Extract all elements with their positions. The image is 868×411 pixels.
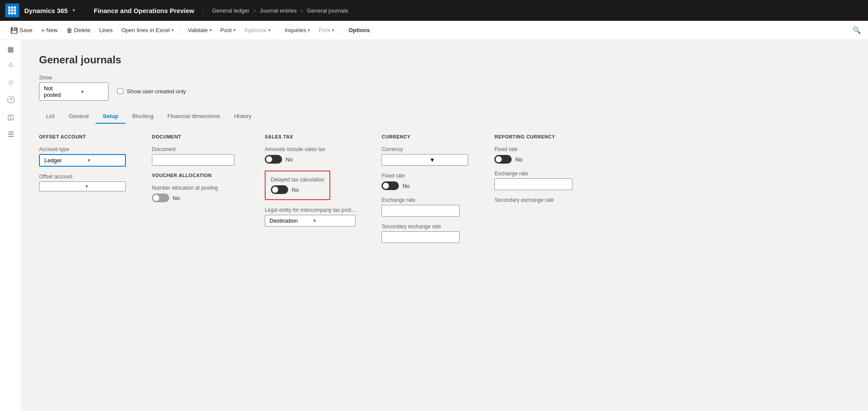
offset-account-section: OFFSET ACCOUNT Account type Ledger ▼ Off…	[39, 134, 126, 191]
amounts-include-label: Amounts include sales tax	[265, 146, 355, 152]
post-button[interactable]: Post	[217, 25, 239, 35]
top-navigation: Dynamics 365 ▼ Finance and Operations Pr…	[0, 0, 868, 21]
breadcrumb-item-2[interactable]: Journal entries	[260, 7, 296, 14]
amounts-include-value: No	[286, 156, 293, 163]
delete-icon: 🗑	[66, 27, 72, 34]
svg-rect-4	[11, 10, 13, 12]
sidebar-home-icon[interactable]: ⌂	[3, 57, 19, 72]
offset-account-dropdown[interactable]: ▼	[39, 181, 126, 191]
number-allocation-toggle[interactable]	[152, 194, 169, 202]
fixed-rate-toggle-row: Fixed rate No	[381, 173, 468, 190]
amounts-include-toggle[interactable]	[265, 155, 282, 164]
search-icon[interactable]: 🔍	[852, 26, 861, 34]
reporting-exchange-rate-input[interactable]	[494, 178, 572, 190]
account-type-chevron-icon: ▼	[87, 158, 121, 163]
number-allocation-value: No	[173, 195, 180, 201]
lines-button[interactable]: Lines	[95, 25, 116, 35]
delete-button[interactable]: 🗑 Delete	[63, 25, 94, 36]
main-layout: ▦ ⌂ ☆ 🕐 ◫ ☰ General journals Show Not po…	[0, 40, 868, 411]
reporting-exchange-rate-label: Exchange rate	[494, 171, 581, 177]
legal-entity-chevron-icon: ▼	[312, 218, 351, 223]
reporting-fixed-rate-value: No	[515, 156, 523, 163]
filter-button[interactable]: ▦	[6, 43, 16, 55]
sidebar-workspaces-icon[interactable]: ◫	[3, 109, 19, 125]
currency-title: CURRENCY	[381, 134, 468, 139]
delayed-tax-toggle[interactable]	[271, 185, 288, 194]
open-lines-button[interactable]: Open lines in Excel	[118, 25, 177, 35]
document-label: Document	[152, 146, 239, 152]
legal-entity-label: Legal entity for intercompany tax post..…	[265, 207, 355, 213]
tab-history[interactable]: History	[227, 109, 258, 124]
show-value: Not posted	[44, 85, 67, 98]
reporting-fixed-rate-control: No	[494, 155, 581, 164]
sidebar-recent-icon[interactable]: 🕐	[3, 92, 19, 107]
fixed-rate-value: No	[402, 183, 410, 189]
exchange-rate-label: Exchange rate	[381, 197, 468, 203]
sidebar-favorites-icon[interactable]: ☆	[3, 74, 19, 90]
save-button[interactable]: 💾 Save	[7, 25, 36, 36]
number-allocation-control: No	[152, 194, 239, 202]
toolbar-sep-3	[341, 26, 342, 35]
show-label: Show	[39, 75, 108, 81]
svg-rect-3	[8, 10, 10, 12]
new-button[interactable]: + New	[38, 25, 61, 36]
print-button[interactable]: Print	[315, 25, 338, 35]
sections-row: OFFSET ACCOUNT Account type Ledger ▼ Off…	[39, 134, 851, 243]
tabs: List General Setup Blocking Financial di…	[39, 109, 851, 124]
reporting-fixed-rate-label: Fixed rate	[494, 146, 581, 152]
offset-account-chevron-icon: ▼	[85, 184, 121, 189]
legal-entity-value: Destination	[270, 217, 308, 224]
reporting-currency-title: REPORTING CURRENCY	[494, 134, 581, 139]
tab-list[interactable]: List	[39, 109, 62, 124]
svg-rect-6	[8, 12, 10, 14]
brand-chevron-icon: ▼	[71, 7, 76, 13]
breadcrumb-sep-1: >	[253, 7, 256, 14]
document-input[interactable]	[152, 154, 234, 166]
svg-rect-0	[8, 7, 10, 9]
document-title: DOCUMENT	[152, 134, 239, 139]
tab-blocking[interactable]: Blocking	[125, 109, 161, 124]
tab-setup[interactable]: Setup	[95, 109, 125, 124]
reporting-fixed-rate-toggle[interactable]	[494, 155, 512, 164]
approval-button[interactable]: Approval	[241, 25, 274, 35]
offset-account-title: OFFSET ACCOUNT	[39, 134, 126, 139]
reporting-currency-section: REPORTING CURRENCY Fixed rate No Exchang…	[494, 134, 581, 205]
svg-rect-5	[14, 10, 16, 12]
page-title: General journals	[39, 54, 851, 66]
account-type-label: Account type	[39, 146, 126, 152]
sidebar-modules-icon[interactable]: ☰	[3, 126, 19, 142]
inquiries-button[interactable]: Inquiries	[281, 25, 313, 35]
new-icon: +	[41, 27, 45, 34]
toolbar-sep-1	[181, 26, 181, 35]
amounts-include-toggle-row: Amounts include sales tax No	[265, 146, 355, 164]
exchange-rate-input[interactable]	[381, 205, 460, 217]
options-button[interactable]: Options	[345, 25, 373, 35]
breadcrumb-sep-2: >	[300, 7, 304, 14]
show-dropdown[interactable]: Not posted ▼	[39, 82, 108, 101]
account-type-dropdown[interactable]: Ledger ▼	[39, 154, 126, 167]
svg-rect-8	[14, 12, 16, 14]
svg-rect-2	[14, 7, 16, 9]
sales-tax-section: SALES TAX Amounts include sales tax No D…	[265, 134, 355, 227]
reporting-fixed-rate-toggle-row: Fixed rate No	[494, 146, 581, 164]
number-allocation-toggle-row: Number allocation at posting No	[152, 185, 239, 202]
tab-financial-dimensions[interactable]: Financial dimensions	[161, 109, 227, 124]
secondary-exchange-rate-input[interactable]	[381, 231, 460, 243]
delayed-tax-value: No	[292, 187, 299, 193]
breadcrumb-item-3[interactable]: General journals	[307, 7, 348, 14]
fixed-rate-toggle[interactable]	[381, 181, 399, 190]
svg-rect-7	[11, 12, 13, 14]
user-created-checkbox[interactable]	[117, 88, 123, 94]
tab-general[interactable]: General	[62, 109, 95, 124]
currency-dropdown[interactable]: ▼	[381, 154, 468, 166]
reporting-secondary-exchange-label: Secondary exchange rate	[494, 197, 581, 203]
breadcrumb: General ledger > Journal entries > Gener…	[204, 7, 349, 14]
breadcrumb-item-1[interactable]: General ledger	[212, 7, 250, 14]
app-grid-icon[interactable]	[5, 3, 19, 17]
legal-entity-dropdown[interactable]: Destination ▼	[265, 215, 355, 227]
module-name: Finance and Operations Preview	[85, 7, 204, 14]
user-created-row: Show user-created only	[117, 88, 186, 95]
validate-button[interactable]: Validate	[184, 25, 215, 35]
document-section: DOCUMENT Document VOUCHER ALLOCATION Num…	[152, 134, 239, 209]
currency-label: Currency	[381, 146, 468, 152]
